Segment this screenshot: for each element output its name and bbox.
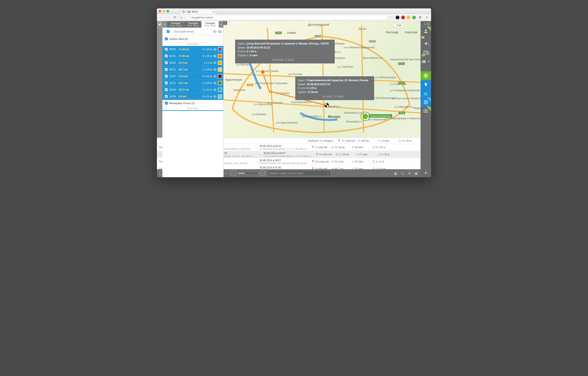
url-bar[interactable]: my.gdemoi.ru/pro/ [186,15,387,20]
group-check[interactable] [165,102,168,104]
trip-check[interactable] [165,55,168,57]
bookmark-star-icon[interactable]: ☆ [389,15,394,20]
trip-row[interactable]: 04:31 17.36 км 0 ч 25 м [162,53,223,59]
browser-tab[interactable]: ГДЕ МОИ × [180,9,216,14]
dock-up-icon[interactable]: ︿ [421,66,431,71]
dock-add-icon[interactable]: + [421,168,431,177]
trip-row[interactable]: 00:00 11.39 км 0 ч 20 м [162,46,223,53]
tab-close-icon[interactable]: × [213,10,214,13]
dock-profile-icon[interactable]: DEMO [421,27,431,35]
eye-icon[interactable] [213,54,217,58]
row-end-time: 30.09.2014 в 06:07 [259,159,311,162]
zoom-in-icon[interactable]: + [259,170,265,176]
promoter-marker[interactable]: Промоутер Михаил [361,112,370,121]
dock-book-icon[interactable]: СКОРО [421,107,431,115]
search-input[interactable] [173,29,212,34]
nav-back-icon[interactable]: ← [159,15,164,20]
trip-check[interactable] [165,88,168,91]
dock-list-icon[interactable]: BETA [421,98,431,107]
color-swatch[interactable] [218,81,222,85]
reload-icon[interactable]: ⟳ [172,15,177,20]
tab-close-icon[interactable]: × [183,21,184,24]
trip-check[interactable] [165,75,168,78]
locate-icon[interactable] [157,21,162,28]
trip-check[interactable] [165,68,168,71]
color-swatch[interactable] [218,94,222,99]
trip-check[interactable] [165,48,168,51]
tab-trips-2[interactable]: Поездки 30.09 - 30.09 [201,21,219,28]
sidebar-close-icon[interactable]: × [223,21,227,25]
tabs-prev-icon[interactable]: ‹ [162,21,167,28]
ext4-icon[interactable] [412,16,416,19]
addr-go-icon[interactable]: › [328,172,328,175]
hide-all-icon[interactable] [218,30,222,33]
trip-row[interactable]: 13:07 9.14 км 0 ч 42 м [162,73,223,80]
trip-check[interactable] [165,95,168,98]
eye-icon[interactable] [213,61,217,64]
footer-fullscreen-icon[interactable]: ▣ [414,171,418,176]
tabs-next-icon[interactable]: › [219,21,223,28]
group-check[interactable] [165,38,168,40]
eye-icon[interactable] [213,81,217,85]
zoom-out-icon[interactable]: − [230,170,236,176]
menu-icon[interactable]: ≡ [424,15,429,20]
trip-check[interactable] [165,61,168,64]
tab-trips-0[interactable]: Поездки 30.09 - 30.09 × [167,21,184,28]
eye-icon[interactable] [213,68,217,71]
zoom-slider[interactable] [238,173,257,174]
trip-row[interactable]: 05:04 51.9 км 1 ч 2 м [162,59,223,66]
trip-row[interactable]: 15:11 44.1 км 1 ч 28 м [162,80,223,86]
road-icon: ⛗ [358,139,360,142]
traffic-close-icon[interactable] [159,10,161,12]
ext1-icon[interactable] [396,16,399,19]
ext2-icon[interactable] [401,16,405,19]
row-dist: ⛗ 17.36 км [336,153,356,156]
select-all-check[interactable] [165,30,171,33]
color-swatch[interactable] [218,88,222,92]
dock-billing-icon[interactable]: $ [421,35,431,39]
trip-time: 16:45 [169,88,179,91]
dock-mail-icon[interactable]: ⚠12 [421,48,431,57]
map-popup-end: × Адрес: Старопименовский переулок, 24, … [295,76,374,100]
dock-split-icon[interactable]: ▮▮× [421,57,431,66]
tab-trips-1[interactable]: Поездки 30.09 - 30.09 × [184,21,202,28]
trip-row[interactable]: 19:19 2.9 км 0 ч 22 м [162,93,223,100]
svg-point-8 [214,76,215,77]
eye-icon[interactable] [213,88,217,92]
pager-next-icon[interactable]: › [224,171,228,176]
color-swatch[interactable] [218,74,222,78]
group-olga[interactable]: Менеджер Ольга (3) [162,100,223,107]
eye-icon[interactable] [213,48,217,51]
tab-close-icon[interactable]: × [200,21,201,24]
marker-end-icon[interactable] [324,103,329,107]
trip-check[interactable] [165,82,168,84]
popup-close-icon[interactable]: × [371,77,373,81]
ext3-icon[interactable] [407,16,410,19]
color-swatch[interactable] [218,61,222,65]
settings-gear-icon[interactable]: ⚙ [417,15,423,20]
trip-row[interactable]: 16:45 59.77 км 2 ч 31 м [162,86,223,93]
address-search[interactable]: Введите адрес или его часть… › [267,170,331,176]
color-swatch[interactable] [218,54,222,58]
traffic-max-icon[interactable] [167,10,169,12]
footer-eraser-icon[interactable]: ◧ [394,171,398,176]
home-icon[interactable]: ⌂ [179,15,184,20]
color-swatch[interactable] [218,67,222,72]
footer-polygon-icon[interactable]: ⬠ [400,171,405,176]
eye-icon[interactable] [213,75,217,78]
dock-chart-icon[interactable] [421,89,431,98]
group-gazelle[interactable]: Газель Next (8) [162,36,223,42]
dock-send-icon[interactable]: + [421,39,431,48]
show-all-icon[interactable] [213,30,217,33]
tab-title: ГДЕ МОИ [186,10,198,13]
dock-globe-icon[interactable] [421,71,431,80]
footer-layers-icon[interactable]: ≋ [407,171,412,176]
dock-collapse-icon[interactable]: ‹ [421,21,431,27]
trip-row[interactable]: 06:21 48.7 км 1 ч 19 м [162,66,223,73]
dock-pin-icon[interactable] [421,80,431,89]
traffic-min-icon[interactable] [163,10,165,12]
eye-icon[interactable] [213,95,217,98]
color-swatch[interactable] [218,47,222,52]
nav-fwd-icon[interactable]: → [165,15,171,20]
popup-close-icon[interactable]: × [332,41,333,45]
